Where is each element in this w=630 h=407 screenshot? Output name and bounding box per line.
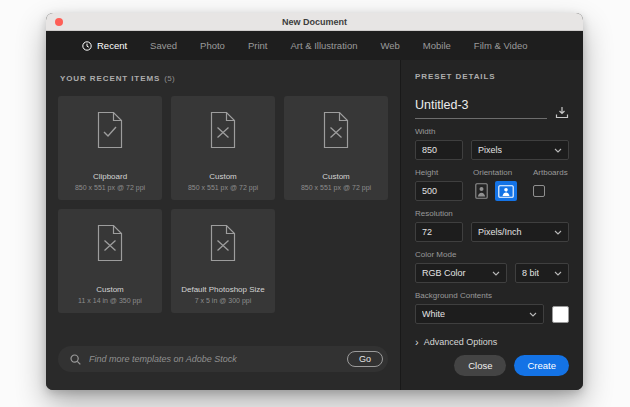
height-input[interactable] bbox=[415, 181, 463, 201]
tab-label: Print bbox=[248, 40, 268, 51]
recent-item-detail: 11 x 14 in @ 350 ppi bbox=[78, 297, 142, 304]
go-button[interactable]: Go bbox=[347, 351, 383, 367]
recent-item-name: Clipboard bbox=[93, 172, 127, 181]
tab-art-illustration[interactable]: Art & Illustration bbox=[290, 40, 357, 51]
document-name-field bbox=[415, 95, 547, 119]
recent-item-card[interactable]: Custom 850 x 551 px @ 72 ppi bbox=[171, 96, 275, 200]
tab-saved[interactable]: Saved bbox=[150, 40, 177, 51]
custom-document-icon bbox=[320, 111, 352, 149]
template-search-bar: Go bbox=[58, 346, 388, 372]
recent-item-card[interactable]: Clipboard 850 x 551 px @ 72 ppi bbox=[58, 96, 162, 200]
tab-film-video[interactable]: Film & Video bbox=[474, 40, 528, 51]
recent-items-heading-text: YOUR RECENT ITEMS bbox=[60, 74, 160, 83]
recent-item-name: Custom bbox=[209, 172, 237, 181]
width-unit-select[interactable]: Pixels bbox=[471, 140, 569, 160]
recent-items-panel: YOUR RECENT ITEMS(5) Clipboard 850 x 551… bbox=[46, 60, 400, 390]
recent-item-name: Custom bbox=[322, 172, 350, 181]
custom-document-icon bbox=[207, 111, 239, 149]
color-mode-select[interactable]: RGB Color bbox=[415, 263, 507, 283]
tab-label: Saved bbox=[150, 40, 177, 51]
preset-details-heading: PRESET DETAILS bbox=[415, 72, 569, 81]
orientation-landscape-button[interactable] bbox=[495, 181, 517, 201]
background-contents-value: White bbox=[422, 309, 445, 319]
tab-label: Film & Video bbox=[474, 40, 528, 51]
recent-items-count: (5) bbox=[164, 74, 175, 83]
recent-item-name: Default Photoshop Size bbox=[181, 285, 265, 294]
chevron-down-icon bbox=[492, 271, 500, 276]
tab-label: Web bbox=[380, 40, 399, 51]
close-window-button[interactable] bbox=[55, 18, 63, 26]
background-contents-select[interactable]: White bbox=[415, 304, 544, 324]
width-unit-value: Pixels bbox=[478, 145, 502, 155]
recent-item-detail: 850 x 551 px @ 72 ppi bbox=[188, 184, 258, 191]
color-mode-label: Color Mode bbox=[415, 250, 569, 259]
portrait-orientation-icon bbox=[475, 183, 488, 199]
document-name-input[interactable] bbox=[415, 98, 547, 112]
tab-label: Art & Illustration bbox=[290, 40, 357, 51]
recent-item-detail: 7 x 5 in @ 300 ppi bbox=[195, 297, 252, 304]
landscape-orientation-icon bbox=[498, 185, 514, 198]
tab-label: Photo bbox=[200, 40, 225, 51]
tab-mobile[interactable]: Mobile bbox=[423, 40, 451, 51]
recent-item-name: Custom bbox=[96, 285, 124, 294]
recent-item-card[interactable]: Default Photoshop Size 7 x 5 in @ 300 pp… bbox=[171, 209, 275, 313]
clock-icon bbox=[82, 41, 92, 51]
height-label: Height bbox=[415, 168, 473, 177]
new-document-dialog: New Document Recent Saved Photo Print Ar… bbox=[46, 13, 583, 390]
traffic-lights bbox=[55, 18, 63, 26]
orientation-label: Orientation bbox=[473, 168, 533, 177]
advanced-options-toggle[interactable]: › Advanced Options bbox=[415, 337, 569, 347]
resolution-input[interactable] bbox=[415, 222, 463, 242]
chevron-right-icon: › bbox=[415, 338, 419, 347]
tab-label: Recent bbox=[97, 40, 127, 51]
preset-details-panel: PRESET DETAILS Width Pixels Height bbox=[400, 60, 583, 390]
chevron-down-icon bbox=[554, 271, 562, 276]
background-contents-label: Background Contents bbox=[415, 291, 569, 300]
category-tab-bar: Recent Saved Photo Print Art & Illustrat… bbox=[46, 31, 583, 60]
width-label: Width bbox=[415, 127, 569, 136]
chevron-down-icon bbox=[529, 312, 537, 317]
recent-item-detail: 850 x 551 px @ 72 ppi bbox=[301, 184, 371, 191]
background-color-swatch[interactable] bbox=[552, 306, 569, 323]
resolution-label: Resolution bbox=[415, 209, 569, 218]
title-bar: New Document bbox=[46, 13, 583, 31]
artboards-label: Artboards bbox=[533, 168, 569, 177]
resolution-unit-select[interactable]: Pixels/Inch bbox=[471, 222, 569, 242]
recent-items-heading: YOUR RECENT ITEMS(5) bbox=[60, 74, 388, 83]
bit-depth-select[interactable]: 8 bit bbox=[515, 263, 569, 283]
chevron-down-icon bbox=[554, 148, 562, 153]
custom-document-icon bbox=[94, 224, 126, 262]
save-preset-icon[interactable] bbox=[555, 106, 569, 119]
bit-depth-value: 8 bit bbox=[522, 268, 539, 278]
width-input[interactable] bbox=[415, 140, 463, 160]
recent-item-card[interactable]: Custom 850 x 551 px @ 72 ppi bbox=[284, 96, 388, 200]
clipboard-check-document-icon bbox=[94, 111, 126, 149]
orientation-portrait-button[interactable] bbox=[473, 181, 490, 201]
tab-web[interactable]: Web bbox=[380, 40, 399, 51]
search-icon bbox=[70, 354, 81, 365]
close-button[interactable]: Close bbox=[454, 355, 506, 376]
tab-print[interactable]: Print bbox=[248, 40, 268, 51]
template-search-input[interactable] bbox=[89, 354, 347, 364]
tab-label: Mobile bbox=[423, 40, 451, 51]
tab-recent[interactable]: Recent bbox=[82, 40, 127, 51]
artboards-checkbox[interactable] bbox=[533, 185, 545, 197]
recent-item-detail: 850 x 551 px @ 72 ppi bbox=[75, 184, 145, 191]
advanced-options-label: Advanced Options bbox=[424, 337, 498, 347]
custom-document-icon bbox=[207, 224, 239, 262]
recent-item-card[interactable]: Custom 11 x 14 in @ 350 ppi bbox=[58, 209, 162, 313]
tab-photo[interactable]: Photo bbox=[200, 40, 225, 51]
color-mode-value: RGB Color bbox=[422, 268, 466, 278]
chevron-down-icon bbox=[554, 230, 562, 235]
recent-items-grid: Clipboard 850 x 551 px @ 72 ppi Custom 8… bbox=[58, 96, 388, 313]
resolution-unit-value: Pixels/Inch bbox=[478, 227, 522, 237]
window-title: New Document bbox=[282, 17, 347, 27]
create-button[interactable]: Create bbox=[514, 355, 569, 376]
